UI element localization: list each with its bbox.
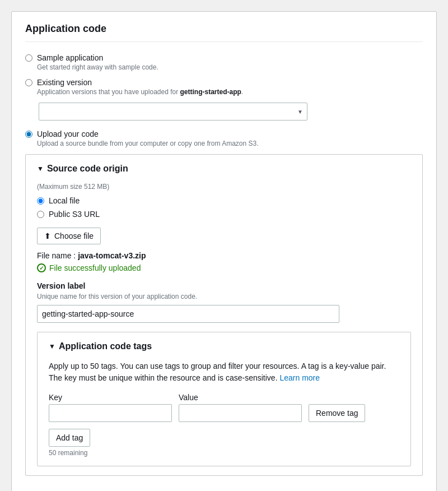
learn-more-link[interactable]: Learn more	[279, 373, 320, 382]
file-name-row: File name : java-tomcat-v3.zip	[37, 251, 411, 260]
upload-success-text: File successfully uploaded	[49, 263, 141, 272]
existing-app-name: getting-started-app	[180, 88, 241, 96]
local-file-option[interactable]: Local file	[37, 196, 411, 205]
value-input[interactable]	[179, 404, 302, 422]
sample-application-label: Sample application	[37, 53, 158, 62]
upload-success-row: ✓ File successfully uploaded	[37, 263, 411, 272]
existing-version-radio[interactable]	[25, 79, 32, 86]
app-code-tags-title: Application code tags	[59, 341, 152, 351]
triangle-down-icon: ▼	[37, 165, 44, 173]
existing-version-desc: Application versions that you have uploa…	[37, 88, 243, 96]
existing-desc-prefix: Application versions that you have uploa…	[37, 88, 180, 96]
public-s3-label: Public S3 URL	[49, 210, 100, 219]
version-label-input[interactable]	[37, 305, 339, 323]
public-s3-option[interactable]: Public S3 URL	[37, 210, 411, 219]
add-tag-label: Add tag	[56, 433, 83, 442]
tags-desc-text: Apply up to 50 tags. You can use tags to…	[49, 362, 386, 382]
existing-desc-suffix: .	[241, 88, 243, 96]
upload-icon: ⬆	[44, 231, 51, 240]
version-label-desc: Unique name for this version of your app…	[37, 293, 411, 300]
value-label: Value	[179, 393, 302, 402]
upload-code-label: Upload your code	[37, 129, 259, 138]
sample-application-desc: Get started right away with sample code.	[37, 63, 158, 71]
success-icon: ✓	[37, 263, 46, 272]
upload-code-radio[interactable]	[25, 131, 32, 138]
version-label-title: Version label	[37, 281, 411, 290]
key-label: Key	[49, 393, 172, 402]
choose-file-button[interactable]: ⬆ Choose file	[37, 228, 101, 244]
existing-version-dropdown-row	[39, 103, 423, 121]
page-title: Application code	[25, 23, 423, 42]
sample-application-radio[interactable]	[25, 54, 32, 62]
application-code-panel: Application code Sample application Get …	[11, 11, 437, 491]
source-radio-group: Local file Public S3 URL	[37, 196, 411, 219]
existing-version-option[interactable]: Existing version Application versions th…	[25, 78, 423, 96]
triangle-down-icon-tags: ▼	[49, 342, 55, 350]
key-input[interactable]	[49, 404, 172, 422]
choose-file-label: Choose file	[54, 231, 94, 240]
source-code-origin-section: ▼ Source code origin (Maximum size 512 M…	[25, 154, 423, 476]
application-code-tags-section: ▼ Application code tags Apply up to 50 t…	[37, 332, 411, 466]
file-name-value: java-tomcat-v3.zip	[78, 251, 146, 260]
tags-description: Apply up to 50 tags. You can use tags to…	[49, 360, 399, 384]
existing-version-select[interactable]	[39, 103, 307, 121]
sample-application-option[interactable]: Sample application Get started right awa…	[25, 53, 423, 71]
existing-version-label: Existing version	[37, 78, 243, 87]
source-code-origin-header: ▼ Source code origin	[37, 164, 411, 174]
remove-tag-label: Remove tag	[316, 409, 358, 418]
tags-row: Key Value Remove tag	[49, 393, 399, 422]
remaining-text: 50 remaining	[49, 449, 399, 457]
public-s3-radio[interactable]	[37, 211, 44, 218]
max-size-note: (Maximum size 512 MB)	[37, 183, 411, 191]
remove-tag-button[interactable]: Remove tag	[309, 404, 365, 422]
key-field-group: Key	[49, 393, 172, 422]
value-field-group: Value	[179, 393, 302, 422]
add-tag-button[interactable]: Add tag	[49, 429, 90, 447]
existing-version-dropdown-wrapper	[39, 103, 307, 121]
local-file-label: Local file	[49, 196, 80, 205]
app-code-tags-header: ▼ Application code tags	[49, 341, 399, 351]
version-label-section: Version label Unique name for this versi…	[37, 281, 411, 323]
source-code-origin-title: Source code origin	[47, 164, 128, 174]
upload-code-desc: Upload a source bundle from your compute…	[37, 140, 259, 147]
local-file-radio[interactable]	[37, 197, 44, 205]
upload-code-option[interactable]: Upload your code Upload a source bundle …	[25, 129, 423, 147]
file-name-label: File name :	[37, 251, 76, 260]
